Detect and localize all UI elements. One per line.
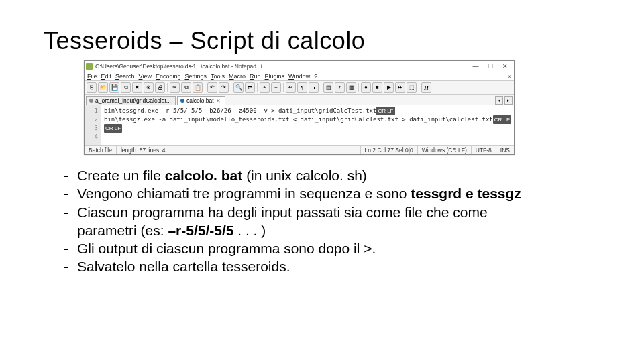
eol-marker-icon: CR LF: [104, 124, 122, 133]
code-editor[interactable]: 1 2 3 4 bin\tessgrd.exe -r-5/5/-5/5 -b26…: [85, 105, 514, 145]
open-file-icon[interactable]: 📂: [98, 82, 108, 93]
status-eol: Windows (CR LF): [418, 146, 472, 154]
line-gutter: 1 2 3 4: [85, 105, 101, 145]
save-icon[interactable]: 💾: [109, 82, 119, 93]
tab-scroll-right-icon[interactable]: ▸: [504, 96, 513, 105]
play-multi-icon[interactable]: ⏭: [395, 82, 405, 93]
slide-title: Tesseroids – Script di calcolo: [44, 27, 607, 55]
copy-icon[interactable]: ⧉: [181, 82, 191, 93]
menu-edit[interactable]: Edit: [101, 73, 112, 80]
undo-icon[interactable]: ↶: [207, 82, 217, 93]
eol-marker-icon: CR LF: [493, 115, 511, 124]
find-icon[interactable]: 🔍: [233, 82, 244, 93]
list-item: - Gli output di ciascun programma sono d…: [64, 240, 607, 257]
new-file-icon[interactable]: ⎘: [87, 82, 97, 93]
menu-window[interactable]: Window: [288, 73, 310, 80]
eol-marker-icon: CR LF: [376, 107, 394, 115]
app-icon: [86, 63, 93, 70]
bullet-list: - Create un file calcolo. bat (in unix c…: [64, 167, 607, 276]
paste-icon[interactable]: 📋: [193, 82, 203, 93]
tab-bar: a_oramai_input\gridCalcolat... calcolo.b…: [85, 95, 514, 105]
menu-bar: File Edit Search View Encoding Settings …: [85, 72, 514, 81]
menu-tools[interactable]: Tools: [211, 73, 225, 80]
function-list-icon[interactable]: ƒ: [335, 82, 345, 93]
tab-label: calcolo.bat: [186, 97, 214, 104]
code-area[interactable]: bin\tessgrd.exe -r-5/5/-5/5 -b26/26 -z45…: [101, 105, 514, 145]
zoom-in-icon[interactable]: +: [260, 82, 270, 93]
toolbar: ⎘ 📂 💾 ⧉ ✖ ⊗ 🖨 ✂ ⧉ 📋 ↶ ↷ 🔍 ⇄ + − ↵ ¶ ⫶ ▤: [85, 81, 514, 95]
tab-inactive[interactable]: a_oramai_input\gridCalcolat...: [86, 96, 176, 105]
menu-file[interactable]: File: [87, 73, 97, 80]
maximize-icon[interactable]: ☐: [486, 63, 495, 70]
redo-icon[interactable]: ↷: [219, 82, 229, 93]
play-macro-icon[interactable]: ▶: [384, 82, 394, 93]
menu-plugins[interactable]: Plugins: [265, 73, 285, 80]
close-icon[interactable]: ✕: [500, 63, 510, 70]
tab-scroll-left-icon[interactable]: ◂: [495, 96, 503, 105]
list-item: - Salvatelo nella cartella tesseroids.: [64, 258, 607, 276]
list-item: - Create un file calcolo. bat (in unix c…: [64, 167, 607, 184]
menu-encoding[interactable]: Encoding: [156, 73, 181, 80]
menu-view[interactable]: View: [139, 73, 152, 80]
menu-settings[interactable]: Settings: [184, 73, 207, 80]
save-all-icon[interactable]: ⧉: [121, 82, 131, 93]
folder-view-icon[interactable]: ▦: [346, 82, 356, 93]
zoom-out-icon[interactable]: −: [271, 82, 281, 93]
record-macro-icon[interactable]: ●: [361, 82, 371, 93]
close-file-icon[interactable]: ✖: [132, 82, 142, 93]
show-all-chars-icon[interactable]: ¶: [297, 82, 307, 93]
tab-status-dot-icon: [89, 99, 93, 103]
status-position: Ln:2 Col:77 Sel:0|0: [361, 146, 418, 154]
status-bar: Batch file length: 87 lines: 4 Ln:2 Col:…: [85, 145, 514, 154]
tab-active[interactable]: calcolo.bat ✕: [177, 96, 225, 105]
status-filetype: Batch file: [85, 146, 117, 154]
minimize-icon[interactable]: —: [471, 63, 480, 70]
status-length: length: 87 lines: 4: [117, 146, 361, 154]
plugin-h-icon[interactable]: H: [421, 82, 431, 93]
menu-run[interactable]: Run: [250, 73, 261, 80]
status-encoding: UTF-8: [472, 146, 496, 154]
stop-macro-icon[interactable]: ■: [372, 82, 382, 93]
tab-mdi-close-icon[interactable]: X: [508, 74, 511, 80]
tab-status-dot-icon: [180, 99, 184, 103]
cut-icon[interactable]: ✂: [170, 82, 180, 93]
close-all-icon[interactable]: ⊗: [144, 82, 154, 93]
list-item: - Vengono chiamati tre programmi in sequ…: [64, 185, 607, 202]
print-icon[interactable]: 🖨: [155, 82, 165, 93]
menu-macro[interactable]: Macro: [229, 73, 246, 80]
tab-close-icon[interactable]: ✕: [216, 98, 221, 104]
list-item: - Ciascun programma ha degli input passa…: [64, 204, 607, 221]
window-title-text: C:\Users\Geouser\Desktop\tesseroids-1...…: [95, 63, 471, 70]
menu-search[interactable]: Search: [115, 73, 135, 80]
word-wrap-icon[interactable]: ↵: [286, 82, 296, 93]
list-item-continuation: parametri (es: –r-5/5/-5/5 . . . ): [64, 222, 607, 239]
doc-map-icon[interactable]: ▤: [323, 82, 333, 93]
window-titlebar: C:\Users\Geouser\Desktop\tesseroids-1...…: [85, 61, 514, 72]
menu-help[interactable]: ?: [314, 73, 317, 80]
status-mode: INS: [496, 146, 514, 154]
tab-label: a_oramai_input\gridCalcolat...: [95, 97, 171, 104]
replace-icon[interactable]: ⇄: [245, 82, 255, 93]
indent-guide-icon[interactable]: ⫶: [309, 82, 319, 93]
save-macro-icon[interactable]: ⬚: [407, 82, 417, 93]
notepadpp-screenshot: C:\Users\Geouser\Desktop\tesseroids-1...…: [84, 60, 515, 155]
